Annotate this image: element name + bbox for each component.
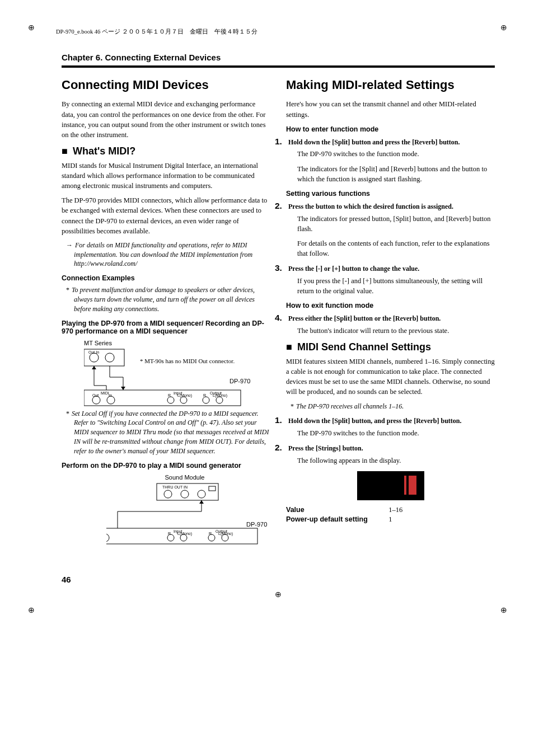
crop-mark-bottom-right: ⊕ xyxy=(500,605,512,616)
svg-text:MIDI: MIDI xyxy=(101,391,109,395)
crop-mark-top-left: ⊕ xyxy=(28,22,39,34)
black-square-icon: ■ xyxy=(62,145,68,157)
value-range: 1–16 xyxy=(388,506,402,514)
step-4: 4.Press either the [Split] button or the… xyxy=(286,313,495,323)
svg-marker-37 xyxy=(199,500,204,504)
section-heading-connecting: Connecting MIDI Devices xyxy=(62,78,270,92)
midi-receive-note: *The DP-970 receives all channels 1–16. xyxy=(286,402,495,411)
left-column: Connecting MIDI Devices By connecting an… xyxy=(62,78,270,552)
dp970-diag2-label: DP-970 xyxy=(246,521,270,528)
step-2-follow-b: For details on the contents of each func… xyxy=(297,238,495,259)
subsection-whats-midi: ■ What's MIDI? xyxy=(62,145,270,157)
arrow-icon: → xyxy=(66,241,73,249)
midi-send-heading: MIDI Send Channel Settings xyxy=(297,341,431,353)
warning-note: *To prevent malfunction and/or damage to… xyxy=(62,285,270,313)
ms-step-1-text: Hold down the [Split] button, and press … xyxy=(288,417,462,425)
subsection-midi-send: ■ MIDI Send Channel Settings xyxy=(286,341,495,353)
svg-marker-8 xyxy=(121,387,125,390)
ms-step-1: 1.Hold down the [Split] button, and pres… xyxy=(286,415,495,426)
ms-step-2-text: Press the [Strings] button. xyxy=(288,444,363,452)
step-2-text: Press the button to which the desired fu… xyxy=(288,203,453,210)
intro-paragraph: By connecting an external MIDI device an… xyxy=(62,99,270,140)
step-1-follow-a: The DP-970 switches to the function mode… xyxy=(297,149,495,159)
note-text: The DP-970 receives all channels 1–16. xyxy=(296,402,404,410)
diagram-svg: Out In MIDI xyxy=(84,346,246,408)
svg-marker-11 xyxy=(92,366,96,369)
diagram2-svg: THRU OUT IN MIDI xyxy=(106,481,269,548)
note-text: For details on MIDI functionality and op… xyxy=(74,241,252,268)
step-4-follow-a: The button's indicator will return to th… xyxy=(297,326,495,336)
sound-generator-diagram: Sound Module THRU OUT IN xyxy=(106,474,270,548)
ms-step-2-follow: The following appears in the display. xyxy=(297,456,495,466)
crop-mark-bottom-left: ⊕ xyxy=(28,605,39,616)
step-1: 1.Hold down the [Split] button and press… xyxy=(286,137,495,147)
bottom-registration: ⊕ xyxy=(62,590,495,599)
enter-function-heading: How to enter function mode xyxy=(286,125,495,133)
right-intro: Here's how you can set the transmit chan… xyxy=(286,99,495,119)
mt90-note-text: * MT-90s has no MIDI Out connector. xyxy=(140,358,270,364)
note-text: Set Local Off if you have connected the … xyxy=(72,410,269,455)
value-row: Value 1–16 xyxy=(286,506,495,514)
svg-text:R: R xyxy=(209,532,212,536)
registration-icon: ⊕ xyxy=(275,590,282,599)
value-label: Value xyxy=(286,506,387,514)
step-3-text: Press the [-] or [+] button to change th… xyxy=(288,265,419,273)
perform-heading: Perform on the DP-970 to play a MIDI sou… xyxy=(62,462,270,469)
ms-step-1-follow: The DP-970 switches to the function mode… xyxy=(297,428,495,438)
whats-midi-heading: What's MIDI? xyxy=(73,145,135,157)
display-screenshot xyxy=(357,471,424,500)
registration-icon: ⊕ xyxy=(500,606,507,614)
registration-icon: ⊕ xyxy=(28,606,35,614)
svg-text:R: R xyxy=(168,393,171,397)
step-2: 2.Press the button to which the desired … xyxy=(286,201,495,212)
svg-text:L(Mono): L(Mono) xyxy=(177,393,192,398)
section-heading-making-midi: Making MIDI-related Settings xyxy=(286,78,495,92)
svg-text:THRU  OUT  IN: THRU OUT IN xyxy=(162,485,188,489)
svg-text:Out  In: Out In xyxy=(88,350,99,354)
step-1-follow-b: The indicators for the [Split] and [Reve… xyxy=(297,164,495,184)
note-text: To prevent malfunction and/or damage to … xyxy=(72,286,255,313)
crop-mark-top-right: ⊕ xyxy=(500,22,512,34)
page-number: 46 xyxy=(62,575,495,584)
svg-text:In: In xyxy=(109,393,112,397)
black-square-icon: ■ xyxy=(286,341,292,353)
svg-text:L(Mono): L(Mono) xyxy=(177,532,192,536)
asterisk-icon: * xyxy=(291,402,294,410)
local-off-note: *Set Local Off if you have connected the… xyxy=(62,409,270,456)
step-3: 3.Press the [-] or [+] button to change … xyxy=(286,263,495,274)
mt-series-label: MT Series xyxy=(84,340,270,346)
step-1-text: Hold down the [Split] button and press t… xyxy=(288,138,460,146)
midi-send-paragraph: MIDI features sixteen MIDI channels, num… xyxy=(286,356,495,397)
asterisk-icon: * xyxy=(66,410,69,417)
svg-text:R: R xyxy=(168,532,171,536)
dp970-diag1-label: DP-970 xyxy=(229,378,270,384)
page: ⊕ ⊕ DP-970_e.book 46 ページ ２００５年１０月７日 金曜日 … xyxy=(0,0,534,633)
two-column-layout: Connecting MIDI Devices By connecting an… xyxy=(62,78,495,552)
midi-sequencer-diagram: MT Series Out In xyxy=(84,340,270,408)
svg-text:L(Mono): L(Mono) xyxy=(213,393,227,398)
default-label: Power-up default setting xyxy=(286,515,387,523)
default-value: 1 xyxy=(388,515,392,523)
step-3-follow-a: If you press the [-] and [+] buttons sim… xyxy=(297,276,495,296)
right-column: Making MIDI-related Settings Here's how … xyxy=(286,78,495,552)
playing-dp970-heading: Playing the DP-970 from a MIDI sequencer… xyxy=(62,320,270,335)
registration-icon: ⊕ xyxy=(28,24,35,32)
chapter-title: Chapter 6. Connecting External Devices xyxy=(62,53,495,68)
svg-text:Out: Out xyxy=(92,393,99,397)
svg-text:R: R xyxy=(203,393,206,397)
sound-module-label: Sound Module xyxy=(151,474,218,481)
setting-various-heading: Setting various functions xyxy=(286,190,495,198)
midi-implementation-note: →For details on MIDI functionality and o… xyxy=(62,241,270,269)
whats-midi-p1: MIDI stands for Musical Instrument Digit… xyxy=(62,161,270,191)
registration-icon: ⊕ xyxy=(500,24,507,32)
whats-midi-p2: The DP-970 provides MIDI connectors, whi… xyxy=(62,195,270,236)
asterisk-icon: * xyxy=(66,286,69,294)
default-row: Power-up default setting 1 xyxy=(286,515,495,524)
step-4-text: Press either the [Split] button or the [… xyxy=(288,314,441,322)
ms-step-2: 2.Press the [Strings] button. xyxy=(286,443,495,453)
book-header-line: DP-970_e.book 46 ページ ２００５年１０月７日 金曜日 午後４時… xyxy=(56,28,495,36)
exit-function-heading: How to exit function mode xyxy=(286,302,495,309)
step-2-follow-a: The indicators for pressed button, [Spli… xyxy=(297,214,495,234)
svg-text:L(Mono): L(Mono) xyxy=(218,532,233,536)
connection-examples-heading: Connection Examples xyxy=(62,274,270,282)
